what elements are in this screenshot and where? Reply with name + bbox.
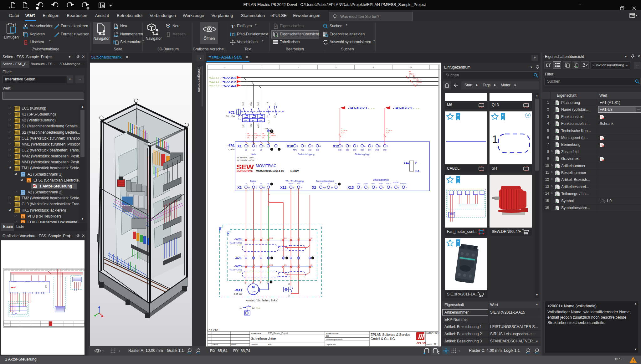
svg-text:7: 7	[301, 186, 302, 189]
svg-text:0,862 m: 0,862 m	[247, 135, 253, 136]
svg-text:AI12: AI12	[308, 149, 311, 151]
svg-text:21: 21	[274, 102, 276, 105]
svg-text:2,5: 2,5	[262, 137, 264, 139]
svg-text:CY: CY	[341, 127, 344, 129]
svg-text:-WE1-⏙: -WE1-⏙	[264, 127, 272, 130]
svg-text:-R: -R	[328, 183, 329, 185]
svg-text:1: 1	[260, 66, 262, 69]
svg-text:GNYE: GNYE	[269, 264, 273, 266]
svg-text:Ersteller: Ersteller	[251, 344, 258, 346]
svg-text:EURODRIVE: EURODRIVE	[237, 169, 253, 172]
svg-text:3: 3	[376, 186, 377, 189]
svg-text:1/L1: 1/L1	[242, 102, 244, 106]
svg-text:EPL: EPL	[268, 343, 272, 346]
svg-text:Name: Name	[231, 344, 237, 346]
svg-text:W1: W1	[259, 281, 261, 284]
svg-text:+B2: +B2	[218, 227, 222, 232]
svg-text:Projektname: Projektname	[251, 332, 261, 334]
svg-text:2,5: 2,5	[254, 137, 257, 139]
svg-text:1,588 m: 1,588 m	[269, 135, 276, 136]
svg-text:ePLAN: ePLAN	[417, 341, 426, 345]
svg-text:11: 11	[239, 307, 242, 309]
svg-text:4: 4	[417, 84, 418, 85]
svg-text:BK: BK	[413, 75, 415, 77]
svg-text:+B2.Y1/1: +B2.Y1/1	[207, 329, 218, 332]
svg-text:Datum: Datum	[426, 343, 432, 345]
svg-text:V: V	[256, 186, 257, 189]
svg-text:X2: X2	[238, 186, 242, 189]
svg-text:BK: BK	[254, 132, 257, 134]
svg-text:6: 6	[293, 186, 294, 189]
svg-text:Datum: Datum	[213, 344, 218, 346]
svg-text:I>: I>	[259, 119, 262, 122]
svg-text:3: 3	[312, 145, 313, 148]
svg-text:2: 2	[305, 145, 306, 148]
svg-text:BK: BK	[409, 71, 411, 73]
svg-text:DO02: DO02	[364, 183, 368, 185]
svg-text:PE: PE	[267, 281, 269, 284]
svg-text:Schleifmaschine: Schleifmaschine	[251, 336, 276, 340]
svg-text:X10: X10	[287, 144, 293, 148]
svg-text:X1: X1	[238, 144, 242, 148]
svg-text:4: 4	[364, 145, 366, 148]
svg-text:SH: SH	[310, 238, 312, 239]
svg-text:DI00: DI00	[338, 149, 341, 151]
svg-text:=GL2/ 1.9: =GL2/ 1.9	[209, 80, 219, 83]
svg-text:1,196 m: 1,196 m	[386, 130, 392, 131]
svg-text:X12: X12	[280, 186, 286, 189]
svg-text:5: 5	[391, 186, 392, 189]
svg-text:U: U	[245, 183, 246, 185]
svg-text:SH1: SH1	[284, 264, 287, 266]
svg-text:-TA1-XG12.1: -TA1-XG12.1	[348, 106, 367, 110]
svg-text:BK: BK	[417, 79, 419, 81]
svg-text:-MA1: -MA1	[235, 289, 243, 292]
svg-text:GNYE: GNYE	[269, 132, 274, 134]
svg-text:5/L3: 5/L3	[257, 102, 259, 106]
svg-text:DI04: DI04	[368, 149, 371, 151]
svg-text:PE: PE	[267, 183, 269, 185]
svg-text:Binärausgänge: Binärausgänge	[373, 178, 389, 181]
svg-text:8: 8	[379, 145, 381, 148]
svg-text:5: 5	[372, 145, 373, 148]
svg-text:3x 380VAC -10% ...: 3x 380VAC -10% ...	[237, 156, 256, 159]
svg-text:12: 12	[434, 343, 437, 345]
svg-text:VOTF: VOTF	[297, 183, 300, 185]
svg-text:2: 2	[298, 66, 300, 69]
svg-text:MOVITRAC: MOVITRAC	[256, 164, 276, 168]
svg-text:PE: PE	[335, 183, 337, 185]
svg-text:GmbH & Co. KG: GmbH & Co. KG	[371, 337, 395, 341]
svg-text:GNYE: GNYE	[269, 238, 273, 239]
svg-text:L3: L3	[260, 149, 262, 151]
svg-text:1,196 m: 1,196 m	[341, 130, 347, 131]
svg-text:I>: I>	[244, 119, 247, 122]
svg-text:-FC1: -FC1	[228, 111, 235, 114]
svg-text:Netz: Netz	[251, 153, 256, 156]
svg-text:1,5kW: 1,5kW	[290, 169, 299, 172]
svg-text:=GAA-2L3: =GAA-2L3	[223, 84, 236, 87]
svg-text:3/L2: 3/L2	[250, 102, 252, 106]
svg-text:&: &	[22, 215, 24, 218]
svg-text:&: &	[28, 179, 30, 182]
svg-text:9: 9	[387, 145, 388, 148]
svg-text:Aktor-Steu: Aktor-Steu	[426, 331, 439, 335]
svg-text:BK: BK	[262, 132, 264, 134]
svg-text:DO01-C: DO01-C	[386, 183, 391, 185]
svg-text:3 ∼: 3 ∼	[251, 290, 256, 293]
svg-text:Binäreingänge: Binäreingänge	[355, 153, 370, 156]
svg-text:-R: -R	[331, 186, 333, 189]
svg-text:M: M	[252, 285, 254, 289]
svg-text:Projektnummer: Projektnummer	[326, 332, 339, 334]
svg-text:-TA1-XG12.9: -TA1-XG12.9	[393, 106, 413, 110]
svg-text:V: V	[415, 161, 417, 164]
svg-text:3: 3	[357, 145, 358, 148]
svg-text:0,62 m: 0,62 m	[409, 73, 414, 75]
svg-text:X12: X12	[333, 144, 339, 148]
svg-text:-XZ1: -XZ1	[235, 256, 242, 260]
svg-text:4G2,5+(2x1): 4G2,5+(2x1)	[229, 269, 242, 271]
svg-text:4: 4	[320, 145, 321, 148]
svg-text:2/T1: 2/T1	[242, 124, 244, 128]
svg-text:SEW: SEW	[11, 286, 16, 289]
svg-text:11: 11	[288, 283, 290, 285]
svg-text:V1: V1	[252, 281, 254, 284]
svg-text:=GL2/ 1.9: =GL2/ 1.9	[209, 76, 219, 79]
